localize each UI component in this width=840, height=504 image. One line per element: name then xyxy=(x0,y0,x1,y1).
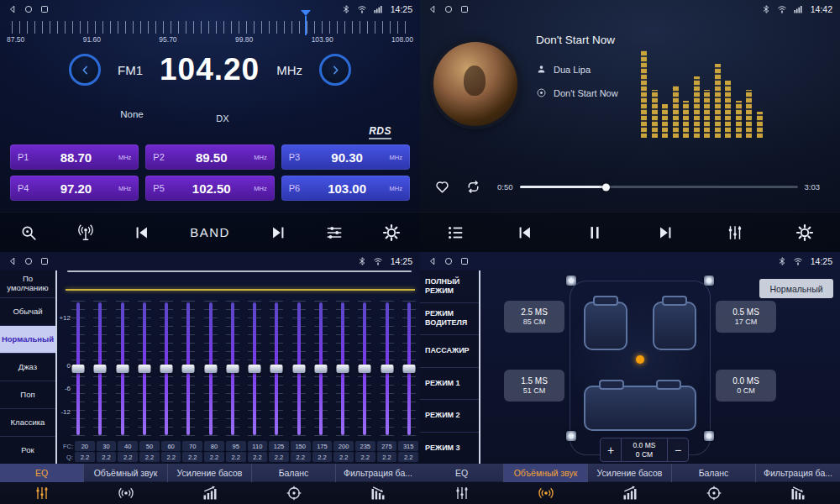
recents-icon[interactable] xyxy=(39,256,50,266)
progress-bar[interactable] xyxy=(520,186,798,188)
scan-button[interactable] xyxy=(19,223,38,242)
settings-button[interactable] xyxy=(795,223,814,242)
recents-icon[interactable] xyxy=(459,4,470,14)
eq-preset-item[interactable]: Нормальный xyxy=(0,326,55,354)
repeat-button[interactable] xyxy=(465,178,482,196)
eq-preset-item[interactable]: Джаз xyxy=(0,354,55,381)
eq-preset-item[interactable]: Обычай xyxy=(0,298,55,326)
eq-band-235[interactable] xyxy=(357,299,372,438)
previous-track-button[interactable] xyxy=(516,223,534,242)
back-icon[interactable] xyxy=(428,256,438,266)
eq-band-175[interactable] xyxy=(313,299,328,438)
rear-seat[interactable] xyxy=(584,386,696,431)
radio-preset-p1[interactable]: P188.70MHz xyxy=(10,144,139,170)
surround-mode-4[interactable]: РЕЖИМ 1 xyxy=(420,368,479,401)
surround-mode-3[interactable]: ПАССАЖИР xyxy=(420,335,479,368)
back-icon[interactable] xyxy=(8,4,18,14)
eq-band-315[interactable] xyxy=(402,299,417,438)
favorite-button[interactable] xyxy=(433,178,451,196)
radio-preset-p4[interactable]: P497.20MHz xyxy=(10,176,139,201)
recents-icon[interactable] xyxy=(39,4,50,14)
eq-band-200[interactable] xyxy=(335,299,350,438)
home-icon[interactable] xyxy=(444,256,454,266)
radio-preset-p6[interactable]: P6103.00MHz xyxy=(281,176,410,201)
surround-mode-5[interactable]: РЕЖИМ 2 xyxy=(420,400,479,433)
eq-preset-item[interactable]: Классика xyxy=(0,409,55,437)
band-button[interactable]: BAND xyxy=(190,225,230,239)
eq-band-125[interactable] xyxy=(269,299,284,438)
eq-slider-knob[interactable] xyxy=(359,365,371,373)
eq-slider-knob[interactable] xyxy=(292,365,305,373)
frequency-ruler[interactable] xyxy=(12,21,408,34)
radio-preset-p2[interactable]: P289.50MHz xyxy=(145,144,274,170)
eq-slider-knob[interactable] xyxy=(270,365,283,373)
progress-knob[interactable] xyxy=(602,183,610,191)
eq-slider-knob[interactable] xyxy=(182,365,195,373)
recents-icon[interactable] xyxy=(459,256,470,266)
eq-slider-knob[interactable] xyxy=(138,365,150,373)
tab-bass-boost[interactable]: Усиление басов xyxy=(588,464,672,504)
next-station-button[interactable] xyxy=(269,223,287,242)
surround-mode-1[interactable]: ПОЛНЫЙ РЕЖИМ xyxy=(420,270,479,303)
eq-slider-knob[interactable] xyxy=(226,365,239,373)
pause-button[interactable] xyxy=(585,223,604,242)
eq-band-30[interactable] xyxy=(92,299,108,438)
rear-left-delay[interactable]: 1.5 MS 51 CM xyxy=(504,370,564,402)
eq-slider-knob[interactable] xyxy=(314,365,327,373)
eq-slider-knob[interactable] xyxy=(160,365,173,373)
eq-preset-item[interactable]: По умолчанию xyxy=(0,270,55,298)
back-icon[interactable] xyxy=(428,4,438,14)
radio-preset-p3[interactable]: P390.30MHz xyxy=(281,144,410,170)
tab-bass-boost[interactable]: Усиление басов xyxy=(168,464,252,504)
tab-filtration[interactable]: Фильтрация ба... xyxy=(756,464,840,504)
tab-surround-sound[interactable]: Объёмный звук xyxy=(504,464,588,504)
tune-up-button[interactable] xyxy=(319,54,351,86)
tab-eq[interactable]: EQ xyxy=(0,464,84,504)
surround-mode-6[interactable]: РЕЖИМ 3 xyxy=(420,433,479,465)
front-right-delay[interactable]: 0.5 MS 17 CM xyxy=(716,301,776,333)
eq-slider-knob[interactable] xyxy=(381,365,393,373)
surround-mode-2[interactable]: РЕЖИМ ВОДИТЕЛЯ xyxy=(420,303,479,336)
front-left-delay[interactable]: 2.5 MS 85 CM xyxy=(504,301,564,333)
settings-button[interactable] xyxy=(382,223,401,242)
tune-settings-button[interactable] xyxy=(325,223,344,242)
eq-band-95[interactable] xyxy=(225,299,240,438)
tune-down-button[interactable] xyxy=(69,54,101,86)
playlist-button[interactable] xyxy=(446,223,465,242)
eq-band-110[interactable] xyxy=(247,299,262,438)
rear-right-delay[interactable]: 0.0 MS 0 CM xyxy=(716,370,776,402)
home-icon[interactable] xyxy=(24,4,34,14)
tab-balance[interactable]: Баланс xyxy=(252,464,336,504)
radio-preset-p5[interactable]: P5102.50MHz xyxy=(145,176,274,201)
tab-eq[interactable]: EQ xyxy=(420,464,504,504)
passenger-seat[interactable] xyxy=(653,302,696,350)
eq-band-40[interactable] xyxy=(115,299,130,438)
eq-band-50[interactable] xyxy=(137,299,152,438)
eq-preset-item[interactable]: Рок xyxy=(0,437,55,464)
tab-surround-sound[interactable]: Объёмный звук xyxy=(84,464,168,504)
eq-band-275[interactable] xyxy=(380,299,395,438)
next-track-button[interactable] xyxy=(656,223,675,242)
equalizer-button[interactable] xyxy=(726,223,744,242)
eq-slider-knob[interactable] xyxy=(249,365,261,373)
eq-slider-knob[interactable] xyxy=(204,365,217,373)
eq-band-80[interactable] xyxy=(203,299,218,438)
eq-preset-item[interactable]: Поп xyxy=(0,381,55,409)
eq-slider-knob[interactable] xyxy=(337,365,349,373)
eq-band-20[interactable] xyxy=(71,299,86,438)
eq-slider-knob[interactable] xyxy=(72,365,85,373)
eq-band-150[interactable] xyxy=(291,299,307,438)
eq-slider-knob[interactable] xyxy=(94,365,107,373)
eq-band-60[interactable] xyxy=(159,299,174,438)
increase-button[interactable]: + xyxy=(601,438,622,461)
eq-scrollbar[interactable] xyxy=(67,270,412,272)
sound-preset-button[interactable]: Нормальный xyxy=(759,279,833,298)
eq-slider-knob[interactable] xyxy=(402,365,415,373)
broadcast-button[interactable] xyxy=(76,223,95,242)
tab-filtration[interactable]: Фильтрация ба... xyxy=(336,464,420,504)
home-icon[interactable] xyxy=(444,4,454,14)
tab-balance[interactable]: Баланс xyxy=(672,464,756,504)
eq-band-70[interactable] xyxy=(181,299,196,438)
previous-station-button[interactable] xyxy=(133,223,151,242)
driver-seat[interactable] xyxy=(584,302,627,350)
